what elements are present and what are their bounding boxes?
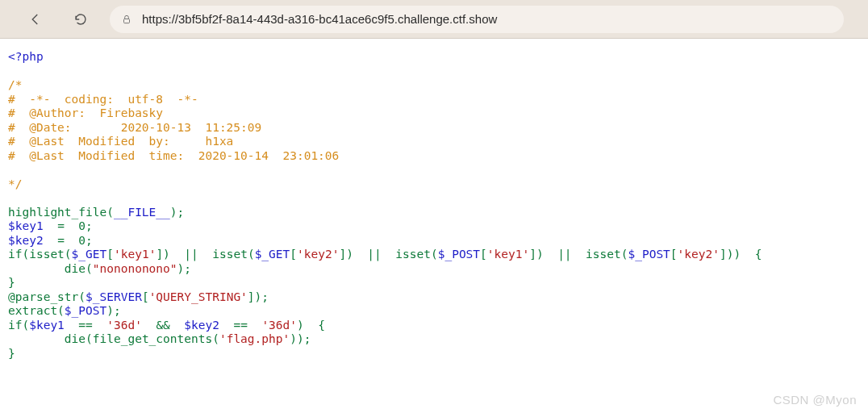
address-bar[interactable]: https://3bf5bf2f-8a14-443d-a316-bc41ace6… [110,6,844,33]
watermark: CSDN @Myon [773,393,857,407]
reload-button[interactable] [66,5,95,34]
fn-highlight: highlight_file [8,206,106,219]
comment-line: # @Last Modified by: h1xa [8,135,233,148]
url-text: https://3bf5bf2f-8a14-443d-a316-bc41ace6… [142,12,497,26]
comment-line: # -*- coding: utf-8 -*- [8,93,198,106]
lock-icon [121,14,132,25]
reload-icon [73,12,88,27]
php-open-tag: <?php [8,50,44,63]
browser-toolbar: https://3bf5bf2f-8a14-443d-a316-bc41ace6… [0,0,868,39]
comment-line: # @Date: 2020-10-13 11:25:09 [8,121,261,134]
comment-line: # @Last Modified time: 2020-10-14 23:01:… [8,149,339,162]
svg-rect-0 [124,19,130,23]
back-button[interactable] [21,5,50,34]
arrow-left-icon [28,12,43,27]
php-source-code: <?php /* # -*- coding: utf-8 -*- # @Auth… [0,39,868,372]
comment-block-open: /* [8,78,22,91]
comment-block-close: */ [8,177,22,190]
comment-line: # @Author: Firebasky [8,106,163,119]
